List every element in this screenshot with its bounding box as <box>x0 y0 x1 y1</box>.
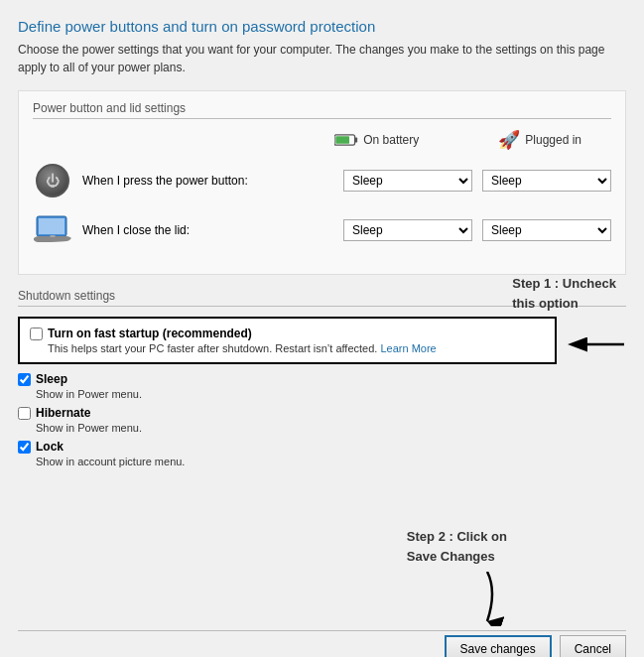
step1-annotation: Step 1 : Uncheck this option <box>512 274 616 313</box>
svg-rect-4 <box>39 218 64 234</box>
step1-arrow-container <box>567 329 626 359</box>
sleep-sub: Show in Power menu. <box>18 388 626 400</box>
step2-annotation-container: Step 2 : Click on Save Changes <box>18 527 626 572</box>
sleep-checkbox-row: Sleep <box>18 372 626 386</box>
left-arrow-icon <box>567 329 626 359</box>
svg-rect-2 <box>336 136 350 144</box>
hibernate-item: Hibernate Show in Power menu. <box>18 406 626 434</box>
sleep-label: Sleep <box>36 372 67 386</box>
fast-startup-wrapper: Turn on fast startup (recommended) This … <box>18 317 626 372</box>
power-button-selects: Sleep Hibernate Shut down Do nothing Tur… <box>343 170 611 192</box>
power-symbol: ⏻ <box>46 174 60 188</box>
hibernate-checkbox-row: Hibernate <box>18 406 626 420</box>
lock-checkbox-row: Lock <box>18 440 626 454</box>
learn-more-link[interactable]: Learn More <box>380 342 436 354</box>
fast-startup-checkbox[interactable] <box>30 328 43 340</box>
hibernate-sub: Show in Power menu. <box>18 422 626 434</box>
fast-startup-checkbox-row: Turn on fast startup (recommended) <box>30 327 545 340</box>
fast-startup-subtext: This helps start your PC faster after sh… <box>30 342 545 354</box>
lock-sub: Show in account picture menu. <box>18 456 626 467</box>
fast-startup-label: Turn on fast startup (recommended) <box>48 327 252 340</box>
description-text: Choose the power settings that you want … <box>18 41 626 76</box>
close-lid-row: When I close the lid: Sleep Hibernate Sh… <box>33 210 611 250</box>
plug-icon: 🚀 <box>498 129 520 151</box>
power-button-section-header: Power button and lid settings <box>33 101 611 119</box>
lock-label: Lock <box>36 440 64 454</box>
footer-buttons: Save changes Cancel <box>18 630 626 657</box>
svg-point-5 <box>50 235 56 237</box>
shutdown-section: Shutdown settings Turn on fast startup (… <box>18 289 626 467</box>
power-button-icon-wrapper: ⏻ <box>33 161 72 200</box>
bottom-area: Step 2 : Click on Save Changes Save chan… <box>18 527 626 657</box>
power-plugged-select[interactable]: Sleep Hibernate Shut down Do nothing Tur… <box>482 170 611 192</box>
cancel-button[interactable]: Cancel <box>560 635 626 657</box>
lid-selects: Sleep Hibernate Shut down Do nothing Tur… <box>343 219 611 241</box>
lid-battery-select[interactable]: Sleep Hibernate Shut down Do nothing Tur… <box>343 219 472 241</box>
page-title: Define power buttons and turn on passwor… <box>18 18 626 35</box>
on-battery-label: On battery <box>363 133 419 147</box>
plugged-in-label: Plugged in <box>525 133 581 147</box>
power-button-label: When I press the power button: <box>82 174 343 188</box>
step2-arrow-container <box>18 572 626 626</box>
on-battery-col: On battery <box>334 129 419 151</box>
battery-icon <box>334 133 358 147</box>
power-button-lid-section: Power button and lid settings On battery… <box>18 90 626 275</box>
hibernate-label: Hibernate <box>36 406 90 420</box>
save-changes-button[interactable]: Save changes <box>445 635 552 657</box>
sleep-item: Sleep Show in Power menu. <box>18 372 626 400</box>
power-button-row: ⏻ When I press the power button: Sleep H… <box>33 161 611 200</box>
fast-startup-box: Turn on fast startup (recommended) This … <box>18 317 557 364</box>
power-button-icon: ⏻ <box>36 164 69 197</box>
lock-item: Lock Show in account picture menu. <box>18 440 626 467</box>
hibernate-checkbox[interactable] <box>18 407 31 420</box>
lid-icon <box>34 214 71 246</box>
step2-annotation: Step 2 : Click on Save Changes <box>407 527 507 566</box>
down-arrow-icon <box>467 572 507 626</box>
lid-icon-wrapper <box>33 210 72 250</box>
column-headers: On battery 🚀 Plugged in <box>33 129 611 151</box>
close-lid-label: When I close the lid: <box>82 223 343 237</box>
power-battery-select[interactable]: Sleep Hibernate Shut down Do nothing Tur… <box>343 170 472 192</box>
svg-rect-1 <box>355 137 358 142</box>
lock-checkbox[interactable] <box>18 441 31 454</box>
lid-plugged-select[interactable]: Sleep Hibernate Shut down Do nothing Tur… <box>482 219 611 241</box>
sleep-checkbox[interactable] <box>18 373 31 386</box>
plugged-in-col: 🚀 Plugged in <box>498 129 581 151</box>
main-wrapper: Define power buttons and turn on passwor… <box>18 18 626 657</box>
